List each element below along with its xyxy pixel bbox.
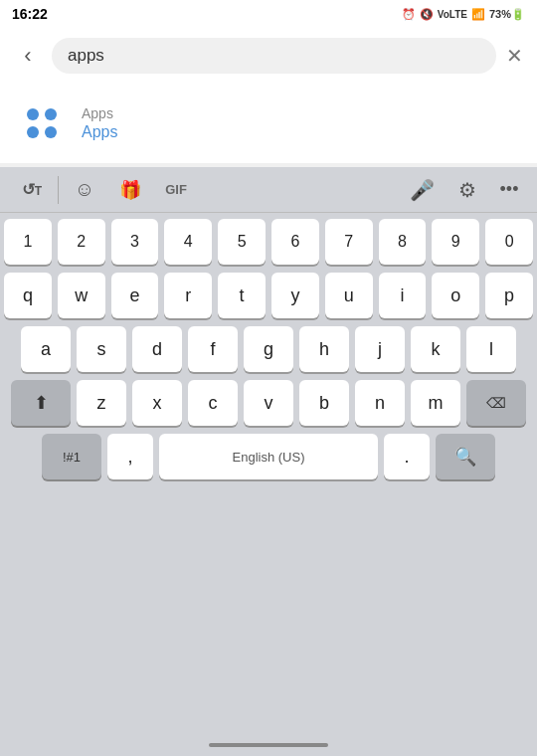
search-key[interactable]: 🔍 xyxy=(436,434,495,479)
key-5[interactable]: 5 xyxy=(218,219,266,265)
key-0[interactable]: 0 xyxy=(485,219,533,265)
key-g[interactable]: g xyxy=(244,326,293,372)
key-o[interactable]: o xyxy=(432,273,479,318)
search-bar: ‹ ✕ xyxy=(0,28,537,84)
key-w[interactable]: w xyxy=(58,273,105,318)
result-app-name: Apps xyxy=(82,123,117,141)
keyboard: 1 2 3 4 5 6 7 8 9 0 q w e r t y u i o p … xyxy=(0,213,537,734)
emoji-button[interactable]: ☺ xyxy=(63,171,106,209)
key-n[interactable]: n xyxy=(355,380,405,426)
keyboard-toolbar: ↺T ☺ 🎁 GIF 🎤 ⚙ ••• xyxy=(0,167,537,213)
key-s[interactable]: s xyxy=(77,326,126,372)
backspace-key[interactable]: ⌫ xyxy=(466,380,526,426)
bottom-bar xyxy=(0,734,537,756)
bottom-handle xyxy=(209,743,328,747)
back-button[interactable]: ‹ xyxy=(14,43,42,69)
key-c[interactable]: c xyxy=(188,380,238,426)
key-j[interactable]: j xyxy=(355,326,405,372)
shift-key[interactable]: ⬆ xyxy=(11,380,71,426)
gif-button[interactable]: GIF xyxy=(154,171,198,209)
number-row: 1 2 3 4 5 6 7 8 9 0 xyxy=(4,219,533,265)
key-x[interactable]: x xyxy=(132,380,182,426)
settings-button[interactable]: ⚙ xyxy=(446,171,489,209)
more-button[interactable]: ••• xyxy=(491,171,527,209)
qwerty-row: q w e r t y u i o p xyxy=(4,273,533,318)
key-9[interactable]: 9 xyxy=(432,219,479,265)
translate-button[interactable]: ↺T xyxy=(10,171,54,209)
key-k[interactable]: k xyxy=(411,326,460,372)
key-e[interactable]: e xyxy=(111,273,159,318)
result-item[interactable]: Apps Apps xyxy=(0,84,537,163)
zxcv-row: ⬆ z x c v b n m ⌫ xyxy=(4,380,533,426)
key-f[interactable]: f xyxy=(188,326,238,372)
key-z[interactable]: z xyxy=(77,380,126,426)
translate-icon: ↺T xyxy=(22,180,42,199)
key-4[interactable]: 4 xyxy=(164,219,212,265)
sticker-button[interactable]: 🎁 xyxy=(108,171,152,209)
key-3[interactable]: 3 xyxy=(111,219,159,265)
result-icon xyxy=(18,99,66,147)
key-a[interactable]: a xyxy=(21,326,71,372)
status-icons: ⏰ 🔇 VoLTE 📶 73%🔋 xyxy=(402,8,525,21)
key-1[interactable]: 1 xyxy=(4,219,52,265)
key-6[interactable]: 6 xyxy=(271,219,319,265)
gif-label: GIF xyxy=(165,182,187,197)
key-q[interactable]: q xyxy=(4,273,52,318)
key-7[interactable]: 7 xyxy=(325,219,373,265)
key-u[interactable]: u xyxy=(325,273,373,318)
key-h[interactable]: h xyxy=(299,326,349,372)
key-y[interactable]: y xyxy=(271,273,319,318)
battery-icon: 73%🔋 xyxy=(489,8,525,21)
clear-button[interactable]: ✕ xyxy=(506,44,523,68)
more-icon: ••• xyxy=(500,179,519,200)
signal-icon: VoLTE xyxy=(438,9,467,20)
result-category-label: Apps xyxy=(82,105,117,121)
alarm-icon: ⏰ xyxy=(402,8,416,21)
space-key[interactable]: English (US) xyxy=(159,434,378,479)
period-key[interactable]: . xyxy=(384,434,430,479)
asdf-row: a s d f g h j k l xyxy=(4,326,533,372)
settings-icon: ⚙ xyxy=(458,178,476,202)
key-r[interactable]: r xyxy=(164,273,212,318)
key-v[interactable]: v xyxy=(244,380,293,426)
status-time: 16:22 xyxy=(12,6,48,22)
mic-button[interactable]: 🎤 xyxy=(400,171,444,209)
sym-key[interactable]: !#1 xyxy=(42,434,101,479)
key-m[interactable]: m xyxy=(411,380,460,426)
comma-key[interactable]: , xyxy=(107,434,153,479)
key-2[interactable]: 2 xyxy=(58,219,105,265)
bottom-row: !#1 , English (US) . 🔍 xyxy=(4,434,533,479)
mic-icon: 🎤 xyxy=(410,178,435,202)
search-input-wrapper[interactable] xyxy=(52,38,496,74)
key-b[interactable]: b xyxy=(299,380,349,426)
emoji-icon: ☺ xyxy=(75,178,94,201)
sticker-icon: 🎁 xyxy=(119,179,141,201)
wifi-icon: 📶 xyxy=(471,8,485,21)
search-input[interactable] xyxy=(68,46,480,66)
status-bar: 16:22 ⏰ 🔇 VoLTE 📶 73%🔋 xyxy=(0,0,537,28)
key-i[interactable]: i xyxy=(379,273,427,318)
key-d[interactable]: d xyxy=(132,326,182,372)
key-p[interactable]: p xyxy=(485,273,533,318)
apps-dots-icon xyxy=(27,108,57,138)
mute-icon: 🔇 xyxy=(420,8,434,21)
result-text: Apps Apps xyxy=(82,105,117,141)
key-l[interactable]: l xyxy=(466,326,516,372)
key-t[interactable]: t xyxy=(218,273,266,318)
key-8[interactable]: 8 xyxy=(379,219,427,265)
toolbar-divider xyxy=(58,176,59,204)
